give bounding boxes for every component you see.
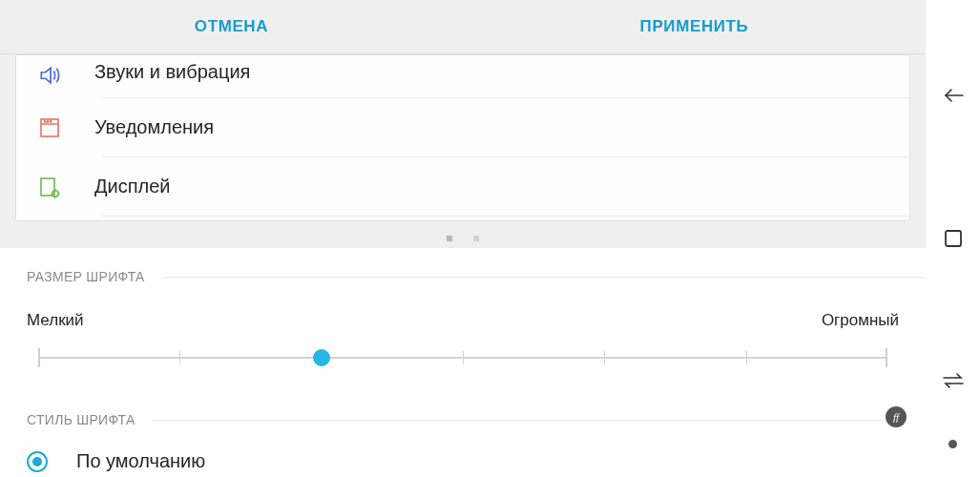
ff-badge-text: ff [893, 411, 899, 423]
slider-tick [604, 351, 605, 364]
preview-row[interactable]: Звуки и вибрация [16, 55, 909, 97]
home-icon[interactable] [944, 229, 963, 248]
title-rule [162, 277, 926, 278]
cancel-button[interactable]: ОТМЕНА [0, 0, 463, 53]
cancel-label: ОТМЕНА [195, 17, 268, 36]
svg-point-3 [47, 120, 48, 121]
recents-icon[interactable] [942, 372, 965, 389]
preview-row[interactable]: Дисплей [16, 157, 909, 216]
slider-tick [179, 351, 180, 364]
notification-icon [37, 115, 62, 140]
display-icon [37, 175, 62, 199]
preview-row-label: Уведомления [94, 116, 214, 138]
slider-tick [463, 351, 464, 364]
font-size-title: РАЗМЕР ШРИФТА [0, 269, 926, 284]
slider-thumb[interactable] [313, 349, 330, 366]
font-size-slider[interactable] [38, 345, 887, 384]
divider [102, 216, 909, 217]
system-nav-bar [926, 0, 980, 477]
preview-card: Звуки и вибрация Уведомления Дисплей [15, 54, 910, 221]
page-indicator [0, 229, 926, 248]
settings-panel: РАЗМЕР ШРИФТА Мелкий Огромный СТ [0, 248, 926, 472]
font-style-option-label: По умолчанию [76, 450, 205, 472]
slider-min-label: Мелкий [27, 311, 84, 330]
speaker-icon [37, 63, 62, 88]
apply-button[interactable]: ПРИМЕНИТЬ [463, 0, 926, 53]
slider-max-label: Огромный [822, 311, 899, 330]
font-style-title-text: СТИЛЬ ШРИФТА [27, 412, 136, 427]
preview-row-label: Звуки и вибрация [94, 61, 250, 83]
svg-point-2 [44, 120, 45, 121]
font-style-title: СТИЛЬ ШРИФТА [0, 412, 926, 427]
svg-point-6 [52, 190, 58, 196]
preview-area: Звуки и вибрация Уведомления Дисплей [0, 54, 926, 229]
title-rule [153, 420, 883, 421]
preview-row[interactable]: Уведомления [16, 98, 909, 156]
radio-selected-icon [27, 451, 48, 472]
svg-point-4 [50, 120, 51, 121]
camera-dot [949, 440, 957, 448]
back-icon[interactable] [942, 86, 965, 105]
preview-row-label: Дисплей [94, 176, 171, 197]
slider-tick [38, 348, 40, 367]
svg-rect-12 [946, 231, 961, 246]
slider-tick [746, 351, 747, 364]
apply-label: ПРИМЕНИТЬ [640, 17, 749, 36]
dialog-header: ОТМЕНА ПРИМЕНИТЬ [0, 0, 926, 54]
page-dot-active [447, 236, 452, 241]
font-style-option[interactable]: По умолчанию [0, 427, 926, 472]
font-size-title-text: РАЗМЕР ШРИФТА [27, 269, 145, 284]
font-store-icon[interactable]: ff [886, 406, 907, 427]
page-dot [473, 236, 479, 241]
font-style-section: СТИЛЬ ШРИФТА ff По умолчанию [0, 412, 926, 472]
slider-labels: Мелкий Огромный [0, 284, 926, 330]
slider-tick [886, 348, 887, 367]
